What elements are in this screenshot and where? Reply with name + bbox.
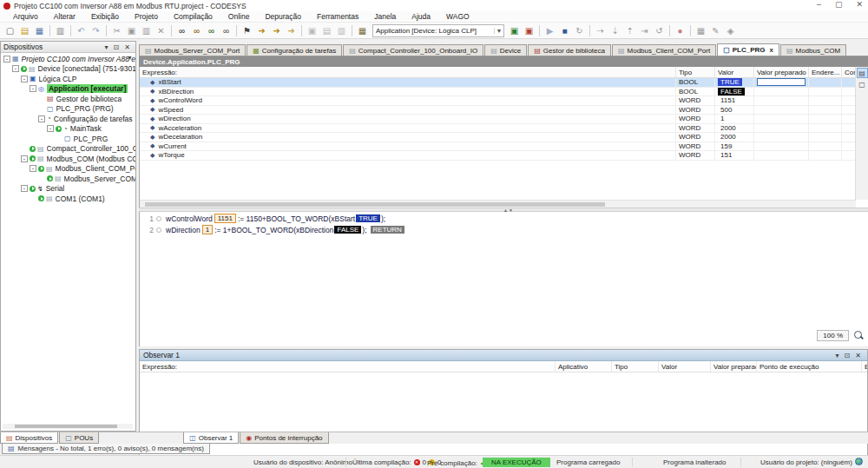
replace-in-project-icon[interactable]: ∞ xyxy=(219,23,233,37)
save-icon[interactable]: ▦ xyxy=(32,23,47,37)
view-grid-button[interactable]: ▢ xyxy=(857,79,868,89)
delete-icon[interactable]: ✕ xyxy=(154,23,168,37)
expander-icon[interactable]: - xyxy=(21,76,28,82)
start-icon[interactable]: ▶ xyxy=(542,23,557,37)
menu-alterar[interactable]: Alterar xyxy=(46,12,83,21)
editor-tab-plc_prg[interactable]: ▢PLC_PRGx xyxy=(717,43,779,56)
breakpoint-bubble-icon[interactable] xyxy=(156,227,161,233)
value-cell[interactable]: TRUE xyxy=(715,78,754,87)
tab-dispositivos[interactable]: ▤ Dispositivos xyxy=(0,432,58,444)
editor-tab-gestor de biblioteca[interactable]: ▤Gestor de biblioteca xyxy=(528,44,611,56)
reset-icon[interactable]: ↺ xyxy=(652,23,667,37)
menu-arquivo[interactable]: Arquivo xyxy=(5,12,46,21)
menu-online[interactable]: Online xyxy=(220,12,258,21)
prev-message-icon[interactable]: ➜ xyxy=(269,23,284,37)
expression-cell[interactable]: ◆wDecelaration xyxy=(140,133,676,142)
build-icon[interactable]: ▦ xyxy=(355,23,370,37)
find-in-project-icon[interactable]: ∞ xyxy=(204,23,219,37)
watch-row-wControlWord[interactable]: ◆wControlWordWORD1151 xyxy=(140,96,868,106)
prepared-value-cell[interactable] xyxy=(754,133,809,142)
prepared-value-input[interactable] xyxy=(757,78,806,86)
column-header-valor[interactable]: Valor xyxy=(659,361,711,372)
pin-icon[interactable]: ⊡ xyxy=(842,352,853,359)
watch-row-wSpeed[interactable]: ◆wSpeedWORD500 xyxy=(140,106,868,115)
bookmark-icon[interactable]: ⚑ xyxy=(240,23,254,37)
expander-icon[interactable]: - xyxy=(38,115,45,122)
run-to-cursor-icon[interactable]: ⇥ xyxy=(637,23,652,37)
value-cell[interactable]: 159 xyxy=(715,142,754,151)
tree-item-serial[interactable]: -↯Serial xyxy=(1,184,135,194)
devices-horizontal-scrollbar[interactable] xyxy=(3,424,133,429)
value-cell[interactable]: 1151 xyxy=(715,96,754,105)
watch-row-wDecelaration[interactable]: ◆wDecelarationWORD2000 xyxy=(140,133,868,142)
scrollbar-thumb[interactable] xyxy=(145,202,605,207)
copy-icon[interactable]: ▣ xyxy=(124,23,139,37)
login-icon[interactable]: ▣ xyxy=(507,23,522,37)
column-header-expressao[interactable]: Expressão: xyxy=(140,361,556,372)
column-header-tipo[interactable]: Tipo xyxy=(676,67,715,77)
prepared-value-cell[interactable] xyxy=(754,142,809,151)
monitoring-icon[interactable]: ▦ xyxy=(694,23,708,37)
tree-item-plc_prg[interactable]: ▢PLC_PRG (PRG) xyxy=(1,104,135,115)
expander-icon[interactable]: - xyxy=(47,125,54,132)
prepared-value-cell[interactable] xyxy=(754,106,809,115)
chevron-down-icon[interactable]: ▼ xyxy=(127,55,133,61)
value-cell[interactable]: 500 xyxy=(715,106,754,115)
minimize-button[interactable]: – xyxy=(817,0,821,9)
tree-item-application[interactable]: -◎Application [executar] xyxy=(1,84,135,95)
column-header-ponto-de-execucao[interactable]: Ponto de execução xyxy=(757,361,862,372)
copy-objects-icon[interactable]: ▣ xyxy=(305,23,319,37)
tab-observar-1[interactable]: ◫ Observar 1 xyxy=(183,432,239,444)
close-tab-icon[interactable]: x xyxy=(769,46,773,54)
paste-icon[interactable]: ▥ xyxy=(139,23,154,37)
prepared-value-cell[interactable] xyxy=(754,88,809,96)
pin-icon[interactable]: ⊡ xyxy=(111,43,122,51)
step-into-icon[interactable]: ⇣ xyxy=(608,23,622,37)
menu-janela[interactable]: Janela xyxy=(366,12,404,21)
find-icon[interactable]: ∞ xyxy=(174,23,189,37)
new-file-icon[interactable]: ▢ xyxy=(3,23,17,37)
globe-icon[interactable] xyxy=(855,458,863,465)
single-cycle-icon[interactable]: ↻ xyxy=(572,23,587,37)
watch-row-wDirection[interactable]: ◆wDirectionWORD1 xyxy=(140,115,868,124)
tree-item-maintask[interactable]: -◔MainTask xyxy=(1,124,135,135)
code-line-1[interactable]: 1wControlWord1151 := 1150+BOOL_TO_WORD(x… xyxy=(140,214,868,223)
tree-item-lógica[interactable]: -▣Lógica CLP xyxy=(1,74,135,84)
editor-tab-device[interactable]: ▤Device xyxy=(484,44,527,56)
tree-item-modbus_com[interactable]: -▤Modbus_COM (Modbus COM) xyxy=(1,154,135,164)
menu-wago[interactable]: WAGO xyxy=(438,12,477,21)
value-cell[interactable]: 1 xyxy=(715,115,754,123)
zoom-level[interactable]: 100 % xyxy=(817,330,849,341)
open-project-icon[interactable]: ▤ xyxy=(17,23,32,37)
editor-tab-modbus_client_com_port[interactable]: ▤Modbus_Client_COM_Port xyxy=(612,44,716,56)
write-values-icon[interactable]: ✎ xyxy=(708,23,723,37)
logout-icon[interactable]: ▣ xyxy=(522,23,536,37)
tree-item-configuração[interactable]: -◔Configuração de tarefas xyxy=(1,114,135,124)
expression-cell[interactable]: ◆xBStart xyxy=(140,78,676,87)
expander-icon[interactable]: - xyxy=(3,56,10,63)
watch-row-wAcceleration[interactable]: ◆wAccelerationWORD2000 xyxy=(140,124,868,134)
column-header-endereco[interactable]: En xyxy=(862,361,867,372)
editor-tab-modbus_com[interactable]: ▤Modbus_COM xyxy=(780,44,846,56)
print-icon[interactable]: ▥ xyxy=(53,23,68,37)
tree-item-gestor[interactable]: ▤Gestor de biblioteca xyxy=(1,94,135,104)
prepared-value-cell[interactable] xyxy=(754,115,809,123)
chevron-down-icon[interactable]: ▾ xyxy=(102,43,111,51)
column-header-valor-preparado[interactable]: Valor preparado xyxy=(754,67,809,77)
view-declaration-button[interactable]: ▤ xyxy=(857,68,868,78)
expression-cell[interactable]: ◆wTorque xyxy=(140,151,676,160)
menu-projeto[interactable]: Projeto xyxy=(127,12,166,21)
tree-item-compact_controller_100_onboard_io[interactable]: ▤Compact_Controller_100_Onboard_IO (C xyxy=(1,144,135,155)
value-cell[interactable]: 2000 xyxy=(715,133,754,142)
close-icon[interactable]: ✕ xyxy=(122,43,133,51)
tab-pous[interactable]: ▢ POUs xyxy=(59,432,99,444)
column-header-tipo[interactable]: Tipo xyxy=(612,361,659,372)
redo-icon[interactable]: ↷ xyxy=(89,23,103,37)
stop-icon[interactable]: ■ xyxy=(557,23,572,37)
replace-icon[interactable]: ∞ xyxy=(189,23,204,37)
expression-cell[interactable]: ◆wSpeed xyxy=(140,106,676,115)
tree-item-plc_prg[interactable]: ▢PLC_PRG xyxy=(1,134,135,144)
tab-pontos-de-interrupcao[interactable]: ◉ Pontos de interrupção xyxy=(240,432,328,444)
tree-item-device[interactable]: -▤Device [conectada] (751-9301 WAGO Comp… xyxy=(1,64,135,75)
menu-compilação[interactable]: Compilação xyxy=(166,12,220,21)
